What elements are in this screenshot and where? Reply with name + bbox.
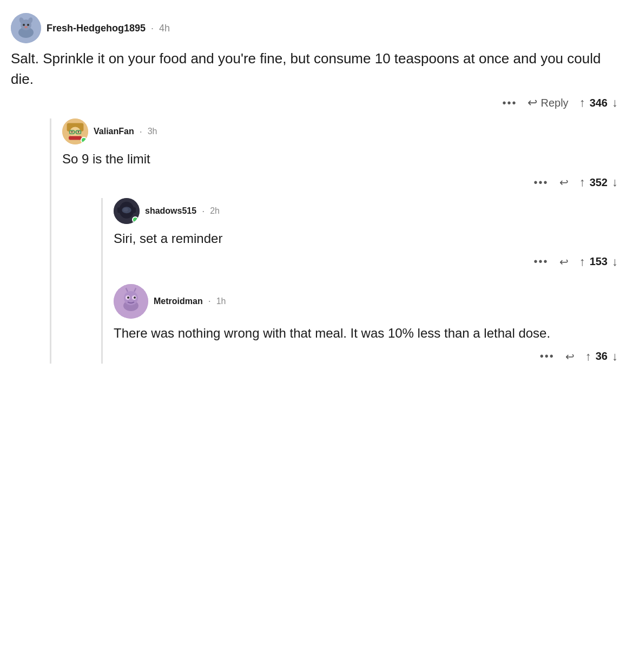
vote-count-shadows515: 153 [590, 255, 608, 268]
vote-controls-shadows515: ↑ 153 ↓ [579, 255, 618, 269]
avatar-shadows515 [114, 198, 140, 224]
svg-point-5 [23, 24, 25, 26]
vote-count-valianfan: 352 [590, 176, 608, 189]
username-metroidman: Metroidman [154, 297, 203, 306]
comment-metroidman: Metroidman · 1h There was nothing wrong … [114, 284, 622, 364]
upvote-button[interactable]: ↑ [579, 96, 585, 110]
svg-rect-22 [132, 207, 136, 213]
reply-icon: ↩ [528, 96, 537, 110]
reply-label: Reply [540, 97, 568, 109]
reply-icon-metroidman: ↩ [565, 350, 575, 363]
dot-sep-2: · [140, 126, 142, 137]
svg-point-6 [27, 24, 29, 26]
dot-sep-4: · [208, 295, 211, 307]
svg-point-29 [135, 285, 139, 288]
upvote-button-shadows515[interactable]: ↑ [579, 255, 585, 269]
comment-valianfan: ValianFan · 3h So 9 is the limit ••• ↩ ↑… [62, 118, 622, 189]
svg-rect-21 [117, 207, 121, 213]
reply-button-valianfan[interactable]: ↩ [559, 176, 569, 189]
nested-level-2: shadows515 · 2h Siri, set a reminder •••… [101, 198, 622, 364]
reply-button-shadows515[interactable]: ↩ [559, 255, 569, 268]
comment-body-valianfan: So 9 is the limit [62, 150, 622, 169]
timestamp-metroidman: 1h [216, 297, 226, 306]
avatar-valianfan [62, 118, 88, 144]
svg-point-16 [78, 131, 80, 133]
comment-thread: Fresh-Hedgehog1895 · 4h Salt. Sprinkle i… [11, 13, 622, 364]
reply-icon-shadows515: ↩ [559, 255, 569, 268]
reply-button[interactable]: ↩ Reply [528, 96, 568, 110]
nested-level-1: ValianFan · 3h So 9 is the limit ••• ↩ ↑… [50, 118, 622, 363]
username-fresh-hedgehog: Fresh-Hedgehog1895 [47, 23, 146, 34]
comment-header-shadows515: shadows515 · 2h [114, 198, 622, 224]
comment-actions-fresh-hedgehog: ••• ↩ Reply ↑ 346 ↓ [11, 96, 622, 110]
vote-controls-metroidman: ↑ 36 ↓ [585, 350, 618, 364]
svg-point-27 [123, 285, 127, 288]
comment-header-metroidman: Metroidman · 1h [114, 284, 622, 319]
comment-body-shadows515: Siri, set a reminder [114, 229, 622, 248]
vote-controls: ↑ 346 ↓ [579, 96, 618, 110]
comment-body-fresh-hedgehog: Salt. Sprinkle it on your food and you'r… [11, 49, 622, 89]
comment-actions-valianfan: ••• ↩ ↑ 352 ↓ [62, 175, 622, 189]
svg-point-20 [123, 208, 128, 212]
svg-point-15 [71, 131, 73, 133]
downvote-button-shadows515[interactable]: ↓ [612, 255, 618, 269]
more-options-button-valianfan[interactable]: ••• [534, 176, 549, 189]
reply-icon-valianfan: ↩ [559, 176, 569, 189]
dot-sep-3: · [202, 206, 205, 217]
comment-fresh-hedgehog: Fresh-Hedgehog1895 · 4h Salt. Sprinkle i… [11, 13, 622, 110]
more-options-button-shadows515[interactable]: ••• [534, 255, 549, 268]
online-indicator-shadows [132, 216, 139, 223]
upvote-button-valianfan[interactable]: ↑ [579, 175, 585, 189]
vote-controls-valianfan: ↑ 352 ↓ [579, 175, 618, 189]
comment-header: Fresh-Hedgehog1895 · 4h [11, 13, 622, 43]
more-options-button-metroidman[interactable]: ••• [540, 350, 555, 363]
dot-sep-1: · [151, 23, 154, 34]
reply-button-metroidman[interactable]: ↩ [565, 350, 575, 363]
downvote-button-metroidman[interactable]: ↓ [612, 350, 618, 364]
vote-count-metroidman: 36 [596, 350, 608, 363]
more-options-button[interactable]: ••• [502, 97, 517, 109]
svg-point-32 [127, 297, 129, 299]
avatar [11, 13, 41, 43]
comment-actions-metroidman: ••• ↩ ↑ 36 ↓ [114, 350, 622, 364]
online-indicator [81, 137, 87, 143]
vote-count: 346 [590, 97, 608, 109]
timestamp-fresh-hedgehog: 4h [159, 23, 170, 34]
svg-point-33 [134, 297, 136, 299]
username-valianfan: ValianFan [94, 127, 134, 136]
downvote-button-valianfan[interactable]: ↓ [612, 175, 618, 189]
comment-header-valianfan: ValianFan · 3h [62, 118, 622, 144]
comment-body-metroidman: There was nothing wrong with that meal. … [114, 324, 622, 343]
timestamp-valianfan: 3h [148, 127, 157, 136]
username-shadows515: shadows515 [145, 206, 196, 216]
comment-shadows515: shadows515 · 2h Siri, set a reminder •••… [114, 198, 622, 269]
timestamp-shadows515: 2h [210, 206, 220, 216]
svg-point-7 [24, 26, 28, 28]
upvote-button-metroidman[interactable]: ↑ [585, 350, 591, 364]
comment-actions-shadows515: ••• ↩ ↑ 153 ↓ [114, 255, 622, 269]
svg-rect-14 [69, 136, 82, 140]
downvote-button[interactable]: ↓ [612, 96, 618, 110]
avatar-metroidman [114, 284, 148, 319]
